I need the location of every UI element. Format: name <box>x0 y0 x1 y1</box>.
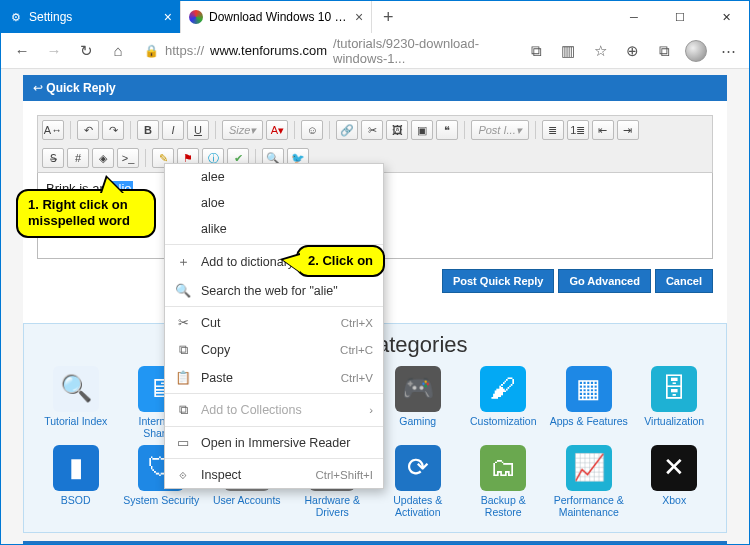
category-label: Tutorial Index <box>44 415 107 427</box>
maximize-button[interactable]: ☐ <box>657 1 703 33</box>
url-domain: www.tenforums.com <box>210 43 327 58</box>
link-icon[interactable]: 🔗 <box>336 120 358 140</box>
underline-button[interactable]: U <box>187 120 209 140</box>
category-icon: ⟳ <box>395 445 441 491</box>
favorite-button[interactable]: ☆ <box>585 36 615 66</box>
category-label: Gaming <box>399 415 436 427</box>
add-to-collections[interactable]: ⧉Add to Collections› <box>165 396 383 424</box>
category-icon: 📈 <box>566 445 612 491</box>
category-item[interactable]: ▮BSOD <box>36 445 116 518</box>
category-item[interactable]: 🖌Customization <box>464 366 544 439</box>
video-icon[interactable]: ▣ <box>411 120 433 140</box>
thread-info-header: Thread Information <box>23 541 727 545</box>
bold-button[interactable]: B <box>137 120 159 140</box>
italic-button[interactable]: I <box>162 120 184 140</box>
favorites-bar-button[interactable]: ⊕ <box>617 36 647 66</box>
list-icon[interactable]: ≣ <box>542 120 564 140</box>
category-label: Xbox <box>662 494 686 506</box>
category-icon: 🗄 <box>651 366 697 412</box>
post-quick-reply-button[interactable]: Post Quick Reply <box>442 269 554 293</box>
post-icons-select[interactable]: Post I... ▾ <box>471 120 528 140</box>
menu-button[interactable]: ⋯ <box>713 36 743 66</box>
category-icon: 🎮 <box>395 366 441 412</box>
olist-icon[interactable]: 1≣ <box>567 120 589 140</box>
site-favicon-icon <box>189 10 203 24</box>
lock-icon: 🔒 <box>144 44 159 58</box>
forward-button[interactable]: → <box>39 36 69 66</box>
hash-icon[interactable]: # <box>67 148 89 168</box>
cut-icon: ✂ <box>175 315 191 330</box>
refresh-button[interactable]: ↻ <box>71 36 101 66</box>
paste-icon: 📋 <box>175 370 191 385</box>
category-item[interactable]: 📈Performance & Maintenance <box>549 445 629 518</box>
redo-icon[interactable]: ↷ <box>102 120 124 140</box>
url-prefix: https:// <box>165 43 204 58</box>
diamond-icon[interactable]: ◈ <box>92 148 114 168</box>
font-color-button[interactable]: A▾ <box>266 120 288 140</box>
outdent-icon[interactable]: ⇤ <box>592 120 614 140</box>
collections-button[interactable]: ⧉ <box>649 36 679 66</box>
category-item[interactable]: ▦Apps & Features <box>549 366 629 439</box>
unlink-icon[interactable]: ✂ <box>361 120 383 140</box>
strike-icon[interactable]: S̶ <box>42 148 64 168</box>
indent-icon[interactable]: ⇥ <box>617 120 639 140</box>
collections-icon: ⧉ <box>175 402 191 418</box>
category-label: BSOD <box>61 494 91 506</box>
translate-icon[interactable]: ⧉ <box>521 36 551 66</box>
category-item[interactable]: 🗂Backup & Restore <box>464 445 544 518</box>
cut[interactable]: ✂CutCtrl+X <box>165 309 383 336</box>
annotation-callout-2: 2. Click on <box>296 245 385 277</box>
annotation-callout-1: 1. Right click on misspelled word <box>16 189 156 238</box>
profile-button[interactable] <box>681 36 711 66</box>
address-bar: ← → ↻ ⌂ 🔒 https://www.tenforums.com/tuto… <box>1 33 749 69</box>
quote-icon[interactable]: ❝ <box>436 120 458 140</box>
category-icon: 🔍 <box>53 366 99 412</box>
home-button[interactable]: ⌂ <box>103 36 133 66</box>
lt-icon[interactable]: >_ <box>117 148 139 168</box>
tab-tenforums[interactable]: Download Windows 10 ISO File × <box>181 1 372 33</box>
reader-icon[interactable]: ▥ <box>553 36 583 66</box>
category-item[interactable]: 🎮Gaming <box>378 366 458 439</box>
category-item[interactable]: ✕Xbox <box>635 445 715 518</box>
category-item[interactable]: 🗄Virtualization <box>635 366 715 439</box>
category-label: Apps & Features <box>550 415 628 427</box>
size-select[interactable]: Size ▾ <box>222 120 263 140</box>
go-advanced-button[interactable]: Go Advanced <box>558 269 651 293</box>
inspect[interactable]: ⟐InspectCtrl+Shift+I <box>165 461 383 488</box>
spell-suggestion[interactable]: alike <box>165 216 383 242</box>
tab-label: Download Windows 10 ISO File <box>209 10 349 24</box>
copy[interactable]: ⧉CopyCtrl+C <box>165 336 383 364</box>
paste[interactable]: 📋PasteCtrl+V <box>165 364 383 391</box>
image-icon[interactable]: 🖼 <box>386 120 408 140</box>
cancel-button[interactable]: Cancel <box>655 269 713 293</box>
category-icon: ✕ <box>651 445 697 491</box>
spell-suggestion[interactable]: aloe <box>165 190 383 216</box>
close-icon[interactable]: × <box>164 9 172 25</box>
category-item[interactable]: 🔍Tutorial Index <box>36 366 116 439</box>
search-web[interactable]: 🔍Search the web for "alie" <box>165 277 383 304</box>
copy-icon: ⧉ <box>175 342 191 358</box>
category-label: User Accounts <box>213 494 281 506</box>
tab-strip: ⚙ Settings × Download Windows 10 ISO Fil… <box>1 1 611 33</box>
back-button[interactable]: ← <box>7 36 37 66</box>
immersive-reader[interactable]: ▭Open in Immersive Reader <box>165 429 383 456</box>
quick-reply-header: Quick Reply <box>23 75 727 101</box>
tab-settings[interactable]: ⚙ Settings × <box>1 1 181 33</box>
spell-suggestion[interactable]: alee <box>165 164 383 190</box>
url-field[interactable]: 🔒 https://www.tenforums.com/tutorials/92… <box>135 37 519 65</box>
category-label: Performance & Maintenance <box>549 494 629 518</box>
category-icon: ▮ <box>53 445 99 491</box>
new-tab-button[interactable]: + <box>372 1 404 33</box>
inspect-icon: ⟐ <box>175 467 191 482</box>
search-icon: 🔍 <box>175 283 191 298</box>
close-window-button[interactable]: ✕ <box>703 1 749 33</box>
minimize-button[interactable]: ─ <box>611 1 657 33</box>
switch-editor-icon[interactable]: A↔ <box>42 120 64 140</box>
undo-icon[interactable]: ↶ <box>77 120 99 140</box>
reader-icon: ▭ <box>175 435 191 450</box>
smiley-icon[interactable]: ☺ <box>301 120 323 140</box>
close-icon[interactable]: × <box>355 9 363 25</box>
category-item[interactable]: ⟳Updates & Activation <box>378 445 458 518</box>
category-label: Updates & Activation <box>378 494 458 518</box>
url-path: /tutorials/9230-download-windows-1... <box>333 36 510 66</box>
